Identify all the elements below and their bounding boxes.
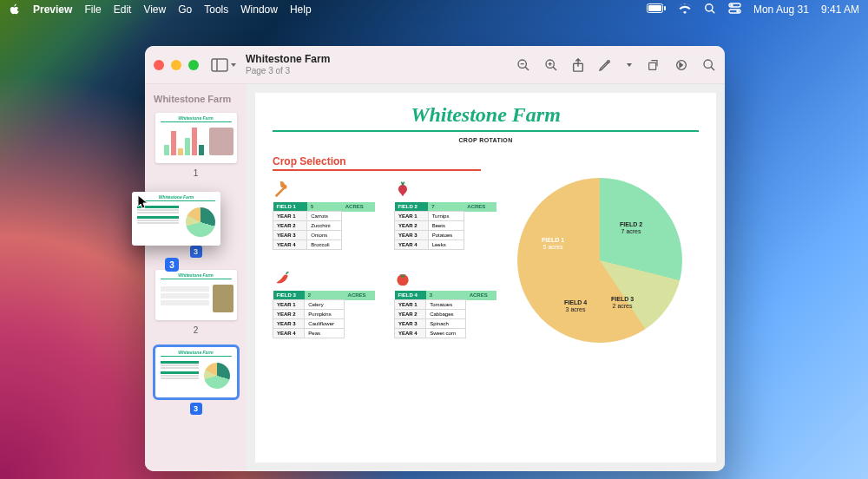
menubar-date[interactable]: Mon Aug 31	[753, 3, 809, 16]
markup-dropdown[interactable]	[626, 62, 633, 69]
thumbnail-sidebar: Whitestone Farm Whitestone Farm 1	[145, 84, 247, 471]
wifi-icon[interactable]	[678, 3, 692, 16]
menu-go[interactable]: Go	[178, 3, 192, 16]
sidebar-toggle[interactable]	[211, 58, 237, 72]
share-button[interactable]	[572, 58, 584, 72]
crop-table-field-4: FIELD 43ACRES YEAR 1TomatoesYEAR 2Cabbag…	[394, 266, 496, 343]
svg-line-4	[712, 10, 715, 13]
document-page: Whitestone Farm CROP ROTATION Crop Selec…	[255, 93, 716, 463]
tomato-icon	[394, 266, 415, 287]
svg-point-22	[704, 60, 712, 68]
menu-file[interactable]: File	[84, 3, 101, 16]
spotlight-icon[interactable]	[704, 3, 716, 17]
rotate-button[interactable]	[647, 58, 661, 72]
apple-menu[interactable]	[9, 3, 21, 16]
svg-rect-1	[648, 5, 661, 11]
thumbnail-page-3[interactable]: Whitestone Farm	[155, 347, 237, 397]
page-viewport[interactable]: Whitestone Farm CROP ROTATION Crop Selec…	[247, 84, 725, 471]
menubar: Preview File Edit View Go Tools Window H…	[0, 0, 868, 19]
crop-table-field-2: FIELD 27ACRES YEAR 1TurnipsYEAR 2BeetsYE…	[394, 178, 496, 254]
svg-rect-20	[649, 62, 656, 69]
svg-line-12	[525, 67, 529, 70]
menu-view[interactable]: View	[143, 3, 166, 16]
svg-line-23	[711, 67, 714, 70]
thumbnail-badge: 3	[190, 246, 202, 258]
search-button[interactable]	[702, 58, 716, 72]
svg-rect-2	[664, 6, 666, 10]
menu-help[interactable]: Help	[290, 3, 312, 16]
menu-edit[interactable]: Edit	[114, 3, 132, 16]
svg-rect-25	[171, 131, 176, 155]
close-button[interactable]	[154, 60, 164, 70]
cursor-icon	[137, 194, 149, 213]
svg-rect-9	[212, 59, 227, 71]
svg-rect-32	[161, 293, 209, 299]
preview-window: Whitestone Farm Page 3 of 3 Whitestone F…	[145, 46, 725, 471]
doc-title: Whitestone Farm	[273, 103, 699, 127]
thumbnail-page-1[interactable]: Whitestone Farm	[155, 113, 237, 163]
svg-rect-30	[209, 128, 233, 155]
svg-rect-24	[164, 145, 169, 155]
svg-rect-34	[213, 285, 233, 312]
thumbnail-number: 2	[194, 325, 199, 335]
window-title: Whitestone Farm	[246, 54, 330, 65]
crop-table-field-3: FIELD 32ACRES YEAR 1CeleryYEAR 2Pumpkins…	[273, 266, 375, 343]
thumbnail-number: 1	[194, 168, 199, 178]
zoom-in-button[interactable]	[544, 58, 558, 72]
drag-count-badge: 3	[165, 258, 179, 272]
svg-rect-33	[161, 300, 209, 305]
minimize-button[interactable]	[171, 60, 181, 70]
svg-point-3	[706, 3, 713, 10]
highlight-button[interactable]	[674, 58, 688, 72]
menubar-time[interactable]: 9:41 AM	[821, 3, 859, 16]
desktop: Preview File Edit View Go Tools Window H…	[0, 0, 868, 479]
svg-point-19	[608, 60, 610, 62]
svg-rect-29	[199, 145, 204, 155]
svg-rect-26	[178, 148, 183, 155]
section-heading: Crop Selection	[273, 155, 699, 167]
svg-rect-28	[192, 128, 197, 155]
app-menu[interactable]: Preview	[33, 3, 72, 16]
window-subtitle: Page 3 of 3	[246, 66, 330, 75]
titlebar[interactable]: Whitestone Farm Page 3 of 3	[145, 46, 725, 84]
markup-button[interactable]	[598, 58, 612, 72]
beet-icon	[394, 178, 415, 199]
thumbnail-page-2[interactable]: Whitestone Farm	[155, 270, 237, 320]
svg-point-8	[737, 10, 739, 12]
svg-rect-31	[161, 286, 209, 292]
thumbnail-badge-selected: 3	[190, 403, 202, 415]
doc-subtitle: CROP ROTATION	[273, 137, 699, 143]
control-center-icon[interactable]	[728, 3, 741, 16]
menu-tools[interactable]: Tools	[204, 3, 228, 16]
zoom-out-button[interactable]	[516, 58, 530, 72]
menu-window[interactable]: Window	[240, 3, 278, 16]
sidebar-title: Whitestone Farm	[145, 91, 240, 109]
fullscreen-button[interactable]	[188, 60, 199, 70]
chili-icon	[273, 266, 293, 287]
svg-rect-27	[185, 138, 190, 155]
carrot-icon	[273, 178, 293, 199]
battery-icon[interactable]	[647, 3, 666, 16]
crop-table-field-1: FIELD 15ACRES YEAR 1CarrotsYEAR 2Zucchin…	[273, 178, 375, 254]
pie-chart: FIELD 15 acres FIELD 27 acres FIELD 32 a…	[517, 178, 682, 343]
svg-line-15	[553, 67, 556, 70]
svg-point-7	[731, 4, 733, 6]
